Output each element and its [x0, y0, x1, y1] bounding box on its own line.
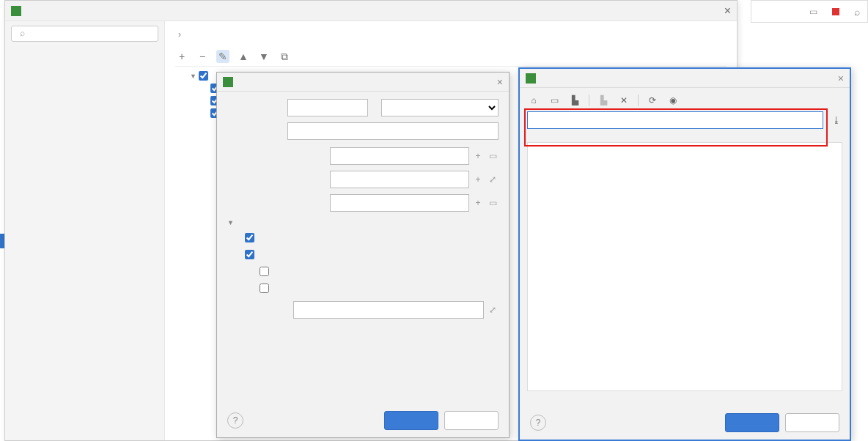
wd-field[interactable] [330, 194, 469, 212]
ok-button[interactable] [725, 413, 779, 432]
path-titlebar: × [520, 69, 850, 88]
insert-macro-icon[interactable]: + [472, 151, 484, 161]
open-console-checkbox[interactable] [245, 250, 254, 259]
cancel-button[interactable] [444, 411, 499, 430]
show-hidden-icon[interactable]: ◉ [666, 94, 680, 107]
select-path-dialog: × ⌂ ▭ ▙ ▙ ✕ ⟳ ◉ ⭳ ? [518, 67, 851, 441]
edit-tool-dialog: × + ▭ + ⤢ + ▭ [216, 72, 510, 438]
download-icon[interactable]: ⭳ [832, 115, 841, 125]
ext-toolbar: + − ✎ ▲ ▼ ⧉ [175, 47, 727, 67]
down-button[interactable]: ▼ [257, 50, 271, 63]
desktop-icon[interactable]: ▭ [548, 94, 561, 107]
insert-macro-icon[interactable]: + [472, 198, 484, 208]
name-field[interactable] [287, 99, 368, 116]
browse-icon[interactable]: ▭ [487, 151, 499, 161]
stop-icon[interactable] [832, 8, 839, 15]
close-icon[interactable]: × [838, 73, 844, 84]
copy-button[interactable]: ⧉ [278, 50, 291, 63]
desc-field[interactable] [287, 122, 499, 140]
remove-button[interactable]: − [196, 50, 209, 63]
app-icon [11, 6, 21, 16]
refresh-icon[interactable]: ⟳ [646, 94, 659, 107]
crumb-sep: › [178, 29, 181, 40]
help-button[interactable]: ? [227, 412, 243, 429]
stdout-checkbox[interactable] [260, 267, 269, 276]
add-button[interactable]: + [175, 50, 188, 63]
ide-toolbar: ▭ ⌕ [751, 0, 868, 23]
settings-sidebar [5, 21, 165, 440]
search-input[interactable] [11, 26, 158, 42]
cancel-button[interactable] [785, 413, 839, 432]
drag-hint [527, 391, 842, 400]
home-icon[interactable]: ⌂ [527, 94, 540, 107]
help-button[interactable]: ? [530, 415, 546, 431]
group-select[interactable] [381, 99, 499, 116]
delete-icon[interactable]: ✕ [617, 94, 630, 107]
ok-button[interactable] [384, 411, 438, 430]
expand-icon[interactable]: ⤢ [487, 305, 499, 315]
stderr-checkbox[interactable] [260, 284, 269, 293]
chevron-down-icon: ▼ [227, 219, 236, 226]
file-tree[interactable] [527, 142, 842, 391]
path-toolbar: ⌂ ▭ ▙ ▙ ✕ ⟳ ◉ [527, 92, 842, 111]
group-checkbox[interactable] [199, 71, 208, 81]
advanced-toggle[interactable]: ▼ [227, 219, 499, 226]
sync-files-checkbox[interactable] [245, 233, 254, 242]
app-icon [223, 77, 233, 87]
separator [589, 94, 589, 106]
edit-titlebar: × [217, 73, 509, 92]
settings-titlebar: × [5, 1, 737, 21]
new-folder-icon[interactable]: ▙ [597, 94, 610, 107]
settings-search [11, 26, 158, 42]
browse-icon[interactable]: ▭ [487, 198, 499, 208]
up-button[interactable]: ▲ [237, 50, 250, 63]
search-icon[interactable]: ⌕ [854, 6, 860, 18]
insert-macro-icon[interactable]: + [472, 174, 484, 185]
breadcrumb: › [175, 29, 727, 40]
close-icon[interactable]: × [724, 4, 731, 18]
separator [638, 94, 639, 106]
expand-icon[interactable]: ⤢ [487, 174, 499, 185]
app-icon [526, 73, 536, 84]
close-icon[interactable]: × [497, 76, 503, 88]
edit-button[interactable]: ✎ [216, 50, 229, 63]
args-field[interactable] [330, 171, 469, 188]
filters-field[interactable] [293, 301, 484, 319]
project-icon[interactable]: ▙ [568, 94, 581, 107]
program-field[interactable] [330, 147, 469, 165]
minimize-icon[interactable]: ▭ [809, 7, 817, 17]
path-input[interactable] [527, 111, 823, 129]
chevron-down-icon: ▼ [190, 73, 197, 80]
